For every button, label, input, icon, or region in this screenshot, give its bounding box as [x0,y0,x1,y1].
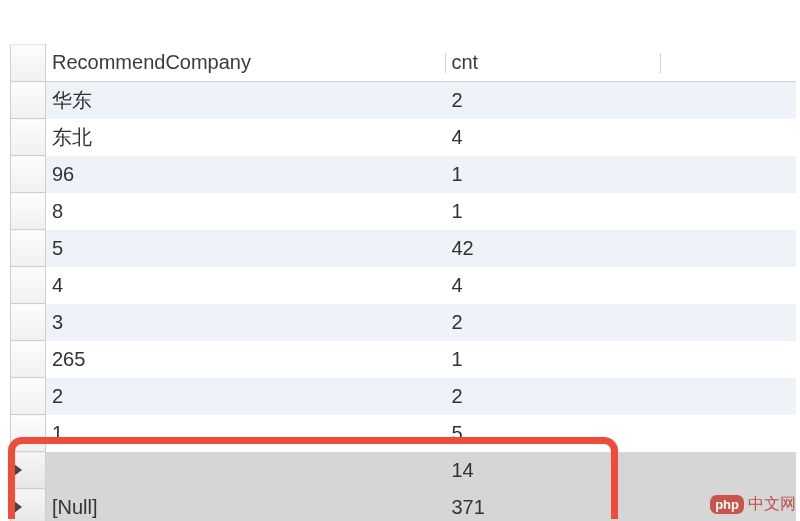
cell-cnt[interactable]: 2 [446,82,661,119]
cell-cnt[interactable]: 1 [446,156,661,193]
cell-empty [661,304,796,341]
row-header[interactable] [11,119,46,156]
row-header[interactable] [11,452,46,489]
cell-recommendcompany[interactable]: 8 [46,193,446,230]
cell-recommendcompany[interactable]: [Null] [46,489,446,522]
cell-recommendcompany[interactable]: 5 [46,230,446,267]
cell-empty [661,452,796,489]
watermark-text: 中文网 [748,494,796,515]
cell-cnt[interactable]: 2 [446,304,661,341]
row-header[interactable] [11,193,46,230]
cell-recommendcompany[interactable]: 2 [46,378,446,415]
table-row[interactable]: 2651 [11,341,796,378]
table-row[interactable]: 542 [11,230,796,267]
select-all-header[interactable] [11,45,46,82]
result-table: RecommendCompany cnt 华东2东北49618154244322… [10,44,796,521]
cell-empty [661,82,796,119]
cell-cnt[interactable]: 42 [446,230,661,267]
row-header[interactable] [11,489,46,522]
cell-recommendcompany[interactable]: 4 [46,267,446,304]
row-header[interactable] [11,341,46,378]
column-header-empty[interactable] [661,45,796,82]
column-header-recommendcompany[interactable]: RecommendCompany [46,45,446,82]
row-header[interactable] [11,415,46,452]
cell-recommendcompany[interactable]: 1 [46,415,446,452]
watermark-badge: php [710,495,744,514]
table-body: 华东2东北49618154244322651221514[Null]371 [11,82,796,522]
cell-cnt[interactable]: 1 [446,341,661,378]
cell-empty [661,193,796,230]
cell-cnt[interactable]: 2 [446,378,661,415]
watermark: php 中文网 [710,494,796,515]
table-row[interactable]: 44 [11,267,796,304]
current-row-caret-icon [14,464,22,476]
cell-empty [661,230,796,267]
table-row[interactable]: [Null]371 [11,489,796,522]
cell-cnt[interactable]: 4 [446,267,661,304]
table-row[interactable]: 14 [11,452,796,489]
cell-empty [661,378,796,415]
row-header[interactable] [11,230,46,267]
column-header-cnt[interactable]: cnt [446,45,661,82]
row-header[interactable] [11,82,46,119]
table-row[interactable]: 81 [11,193,796,230]
cell-cnt[interactable]: 371 [446,489,661,522]
cell-cnt[interactable]: 4 [446,119,661,156]
cell-recommendcompany[interactable]: 265 [46,341,446,378]
current-row-caret-icon [14,501,22,513]
header-row: RecommendCompany cnt [11,45,796,82]
table-row[interactable]: 22 [11,378,796,415]
cell-empty [661,156,796,193]
cell-empty [661,341,796,378]
cell-empty [661,415,796,452]
row-header[interactable] [11,267,46,304]
cell-empty [661,267,796,304]
row-header[interactable] [11,156,46,193]
table-row[interactable]: 961 [11,156,796,193]
result-grid: RecommendCompany cnt 华东2东北49618154244322… [10,44,795,521]
row-header[interactable] [11,304,46,341]
table-row[interactable]: 32 [11,304,796,341]
cell-recommendcompany[interactable]: 3 [46,304,446,341]
cell-recommendcompany[interactable] [46,452,446,489]
table-row[interactable]: 15 [11,415,796,452]
cell-empty [661,119,796,156]
cell-cnt[interactable]: 5 [446,415,661,452]
cell-cnt[interactable]: 1 [446,193,661,230]
table-row[interactable]: 华东2 [11,82,796,119]
cell-recommendcompany[interactable]: 东北 [46,119,446,156]
cell-recommendcompany[interactable]: 华东 [46,82,446,119]
cell-recommendcompany[interactable]: 96 [46,156,446,193]
row-header[interactable] [11,378,46,415]
table-row[interactable]: 东北4 [11,119,796,156]
cell-cnt[interactable]: 14 [446,452,661,489]
